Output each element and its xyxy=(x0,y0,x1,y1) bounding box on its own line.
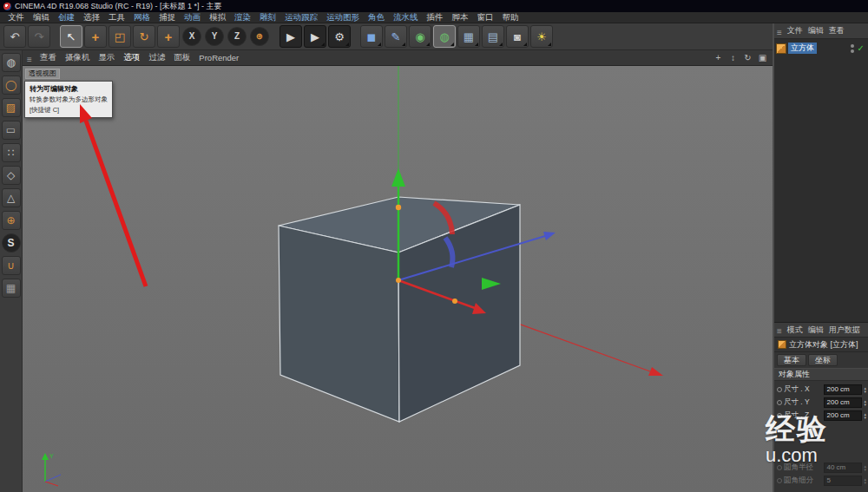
pan-view-icon[interactable]: + xyxy=(713,52,724,63)
spline-pen-button[interactable]: ✎ xyxy=(385,25,407,48)
menu-select[interactable]: 选择 xyxy=(79,12,104,23)
live-selection-tool[interactable]: ↖ xyxy=(60,25,82,48)
vp-menu-panel[interactable]: 面板 xyxy=(169,52,194,63)
keyframe-circle-icon[interactable] xyxy=(777,413,782,418)
vp-menu-options[interactable]: 选项 xyxy=(119,52,144,63)
attribute-manager-grip-icon[interactable] xyxy=(777,323,785,338)
am-tab-basic[interactable]: 基本 xyxy=(777,354,806,366)
om-menu-view[interactable]: 查看 xyxy=(826,25,847,36)
menu-help[interactable]: 帮助 xyxy=(498,12,523,23)
move-tool[interactable]: + xyxy=(84,25,107,48)
scene-3d[interactable]: Y xyxy=(23,66,773,492)
menu-window[interactable]: 窗口 xyxy=(473,12,498,23)
param-handle-x[interactable] xyxy=(452,298,457,304)
am-menu-userdata[interactable]: 用户数据 xyxy=(826,325,863,336)
toolbar-button-icon: ↖ xyxy=(67,31,76,43)
snap-toggle-button[interactable]: S xyxy=(2,233,21,253)
menu-simulate[interactable]: 模拟 xyxy=(205,12,230,23)
toggle-view-icon[interactable]: ▣ xyxy=(757,52,768,63)
visibility-dots-icon[interactable] xyxy=(851,44,854,53)
vp-menu-display[interactable]: 显示 xyxy=(94,52,119,63)
rotate-tool[interactable]: ↻ xyxy=(133,25,155,48)
viewport-canvas[interactable]: Y 透视视图 转为可编辑对象 转换参数对象为多边形对象 [快捷键 C] xyxy=(23,66,773,492)
undo-button[interactable]: ↶ xyxy=(3,25,26,48)
menu-sculpt[interactable]: 雕刻 xyxy=(255,12,280,23)
value-field[interactable]: 200 cm xyxy=(824,397,862,408)
param-handle-top[interactable] xyxy=(396,205,401,210)
attribute-section-header[interactable]: 对象属性 xyxy=(774,368,868,381)
cube-object-row[interactable]: 立方体 ✓ xyxy=(776,42,866,55)
view-name-label[interactable]: 透视视图 xyxy=(25,69,60,79)
model-mode-button[interactable]: ◯ xyxy=(2,75,21,95)
redo-button[interactable]: ↷ xyxy=(28,25,50,48)
object-manager-list[interactable]: 立方体 ✓ xyxy=(774,39,868,323)
menu-plugins[interactable]: 插件 xyxy=(423,12,448,23)
menu-snap[interactable]: 捕捉 xyxy=(155,12,180,23)
scale-tool[interactable]: ◰ xyxy=(108,25,131,48)
keyframe-circle-icon xyxy=(777,478,782,483)
menu-create[interactable]: 创建 xyxy=(54,12,79,23)
menu-script[interactable]: 脚本 xyxy=(448,12,473,23)
menu-animate[interactable]: 动画 xyxy=(180,12,205,23)
menu-character[interactable]: 角色 xyxy=(364,12,389,23)
workplane-mode-button[interactable]: ▭ xyxy=(2,121,21,140)
render-view-button[interactable]: ▶ xyxy=(279,25,302,48)
lock-y-axis-button[interactable]: Y xyxy=(205,27,224,46)
cube-left-face[interactable] xyxy=(279,226,399,422)
menu-tools[interactable]: 工具 xyxy=(104,12,129,23)
lock-x-axis-button[interactable]: X xyxy=(182,27,201,46)
menu-edit[interactable]: 编辑 xyxy=(29,12,54,23)
vp-menu-prorender[interactable]: ProRender xyxy=(194,53,243,62)
coordinate-system-button[interactable]: ⊕ xyxy=(250,27,269,46)
points-mode-button[interactable]: ∷ xyxy=(2,143,21,162)
light-button[interactable]: ☀ xyxy=(530,25,553,48)
mode-toolbar-icon: ▭ xyxy=(6,125,16,135)
menu-motion-tracker[interactable]: 运动跟踪 xyxy=(280,12,322,23)
spinner-icon[interactable] xyxy=(864,386,866,393)
toolbar-button-icon: ▶ xyxy=(311,31,319,43)
value-field[interactable]: 200 cm xyxy=(824,410,862,421)
cloner-button[interactable]: ▦ xyxy=(457,25,480,48)
camera-button[interactable]: ◙ xyxy=(506,25,529,48)
object-origin-handle[interactable] xyxy=(396,278,401,283)
zoom-view-icon[interactable]: ↕ xyxy=(727,52,739,63)
keyframe-circle-icon[interactable] xyxy=(777,400,782,405)
viewport-grip-icon[interactable] xyxy=(27,50,35,66)
generator-button[interactable]: ◍ xyxy=(433,25,456,48)
snap-magnet-button[interactable]: ∪ xyxy=(2,256,21,275)
enabled-check-icon[interactable]: ✓ xyxy=(858,43,865,53)
am-menu-edit[interactable]: 编辑 xyxy=(806,325,826,336)
environment-button[interactable]: ▤ xyxy=(482,25,504,48)
menu-mesh[interactable]: 网格 xyxy=(129,12,155,23)
am-menu-mode[interactable]: 模式 xyxy=(785,325,806,336)
spinner-icon[interactable] xyxy=(864,412,866,419)
value-field[interactable]: 200 cm xyxy=(824,384,862,395)
menu-pipeline[interactable]: 流水线 xyxy=(389,12,423,23)
polygons-mode-button[interactable]: △ xyxy=(2,188,21,207)
menu-render[interactable]: 渲染 xyxy=(230,12,255,23)
om-menu-edit[interactable]: 编辑 xyxy=(806,25,826,36)
am-tab-coordinates[interactable]: 坐标 xyxy=(808,354,838,366)
vp-menu-filter[interactable]: 过滤 xyxy=(144,52,169,63)
enable-axis-button[interactable]: ⊕ xyxy=(2,211,21,230)
object-manager-grip-icon[interactable] xyxy=(777,23,785,39)
render-settings-button[interactable]: ⚙ xyxy=(328,25,351,48)
menu-file[interactable]: 文件 xyxy=(3,12,29,23)
edges-mode-button[interactable]: ◇ xyxy=(2,166,21,185)
rotate-view-icon[interactable]: ↻ xyxy=(742,52,753,63)
texture-mode-button[interactable]: ▨ xyxy=(2,98,21,117)
primitive-cube-button[interactable]: ◼ xyxy=(360,25,383,48)
object-name-label[interactable]: 立方体 xyxy=(788,43,817,54)
make-editable-button[interactable]: ◍ xyxy=(2,53,21,72)
keyframe-circle-icon[interactable] xyxy=(777,387,782,392)
vp-menu-view[interactable]: 查看 xyxy=(36,52,61,63)
subdivision-surface-button[interactable]: ◉ xyxy=(409,25,431,48)
spinner-icon[interactable] xyxy=(864,399,866,406)
render-picture-viewer-button[interactable]: ▶ xyxy=(304,25,326,48)
lock-z-axis-button[interactable]: Z xyxy=(227,27,247,46)
last-used-tool[interactable]: + xyxy=(157,25,180,48)
vp-menu-cameras[interactable]: 摄像机 xyxy=(61,52,95,63)
menu-mograph[interactable]: 运动图形 xyxy=(322,12,364,23)
om-menu-file[interactable]: 文件 xyxy=(785,25,806,36)
workplane-lock-button[interactable]: ▦ xyxy=(2,279,21,298)
